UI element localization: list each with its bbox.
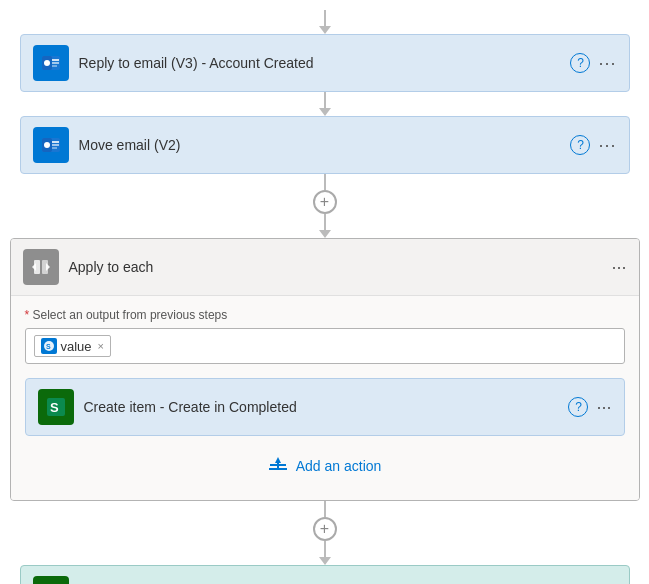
- svg-rect-11: [52, 147, 57, 149]
- delete-item-icon-box: S: [33, 576, 69, 584]
- chip-close-button[interactable]: ×: [98, 340, 104, 352]
- value-input-field[interactable]: S value ×: [25, 328, 625, 364]
- reply-email-label: Reply to email (V3) - Account Created: [79, 55, 561, 71]
- apply-each-icon: [30, 256, 52, 278]
- chip-sharepoint-icon: S: [43, 340, 55, 352]
- chip-label: value: [61, 339, 92, 354]
- move-email-label: Move email (V2): [79, 137, 561, 153]
- reply-email-card: Reply to email (V3) - Account Created ? …: [20, 34, 630, 92]
- move-email-card: Move email (V2) ? ···: [20, 116, 630, 174]
- svg-rect-9: [52, 141, 59, 143]
- svg-rect-3: [52, 59, 59, 61]
- svg-rect-21: [277, 462, 279, 468]
- arrow-down: [319, 26, 331, 34]
- outlook-icon: [40, 52, 62, 74]
- move-email-icon: [40, 134, 62, 156]
- svg-text:S: S: [46, 343, 51, 350]
- plus-connector-2: +: [313, 501, 337, 565]
- plus-connector-1: +: [313, 174, 337, 238]
- arrow-2: [319, 230, 331, 238]
- move-email-icon-box: [33, 127, 69, 163]
- create-item-icon: S: [45, 396, 67, 418]
- create-item-icon-box: S: [38, 389, 74, 425]
- svg-rect-19: [269, 468, 287, 470]
- apply-each-label: Apply to each: [69, 259, 602, 275]
- line-3a: [324, 501, 326, 517]
- apply-each-more[interactable]: ···: [611, 257, 626, 278]
- reply-email-more[interactable]: ···: [598, 54, 616, 72]
- svg-text:S: S: [50, 400, 59, 415]
- line-2b: [324, 214, 326, 230]
- reply-email-actions: ? ···: [570, 53, 616, 73]
- move-email-help[interactable]: ?: [570, 135, 590, 155]
- arrow-3: [319, 557, 331, 565]
- connector-line: [324, 10, 326, 26]
- value-chip: S value ×: [34, 335, 112, 357]
- connector-1: [319, 92, 331, 116]
- svg-rect-10: [52, 144, 59, 146]
- apply-each-body: * Select an output from previous steps S…: [11, 296, 639, 500]
- apply-field-label: * Select an output from previous steps: [25, 308, 625, 322]
- svg-rect-4: [52, 62, 59, 64]
- add-step-button-2[interactable]: +: [313, 517, 337, 541]
- create-item-card: S Create item - Create in Completed ? ··…: [25, 378, 625, 436]
- svg-point-2: [44, 60, 50, 66]
- line-3b: [324, 541, 326, 557]
- add-action-label: Add an action: [296, 458, 382, 474]
- arrow-1: [319, 108, 331, 116]
- svg-rect-5: [52, 65, 57, 67]
- create-item-label: Create item - Create in Completed: [84, 399, 559, 415]
- svg-point-8: [44, 142, 50, 148]
- create-item-help[interactable]: ?: [568, 397, 588, 417]
- outlook-icon-box: [33, 45, 69, 81]
- move-email-actions: ? ···: [570, 135, 616, 155]
- line-2a: [324, 174, 326, 190]
- apply-to-each-header: Apply to each ···: [11, 239, 639, 296]
- field-label-text: Select an output from previous steps: [33, 308, 228, 322]
- add-action-icon: [268, 456, 288, 476]
- move-email-more[interactable]: ···: [598, 136, 616, 154]
- reply-email-help[interactable]: ?: [570, 53, 590, 73]
- add-step-button-1[interactable]: +: [313, 190, 337, 214]
- delete-item-card: S Delete item ? ···: [20, 565, 630, 584]
- apply-to-each-container: Apply to each ··· * Select an output fro…: [10, 238, 640, 501]
- add-action-svg-icon: [268, 456, 288, 476]
- create-item-more[interactable]: ···: [596, 397, 611, 418]
- create-item-actions: ? ···: [568, 397, 611, 418]
- line-1: [324, 92, 326, 108]
- apply-each-icon-box: [23, 249, 59, 285]
- top-connector: [319, 10, 331, 34]
- chip-icon: S: [41, 338, 57, 354]
- add-action-button[interactable]: Add an action: [25, 448, 625, 484]
- required-marker: *: [25, 308, 30, 322]
